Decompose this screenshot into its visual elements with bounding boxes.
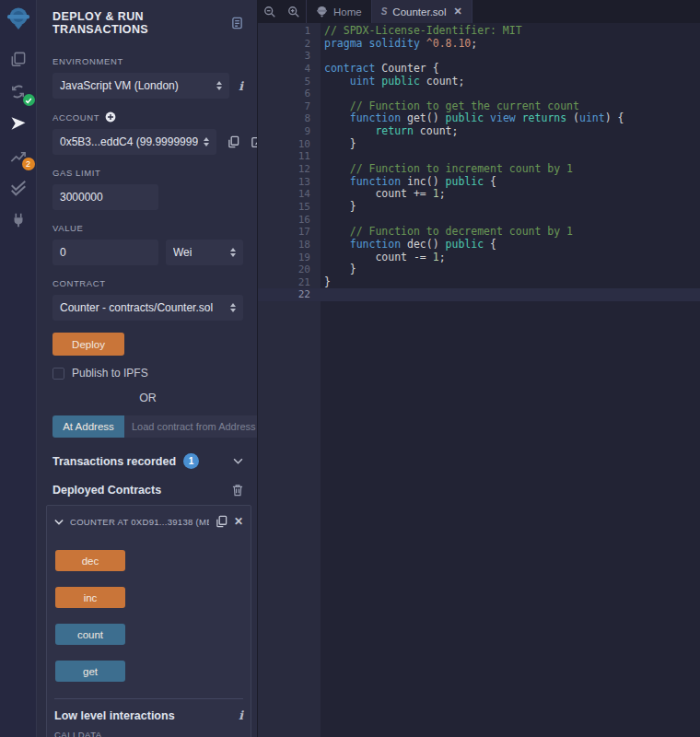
code-line[interactable]: 20 } — [258, 263, 700, 276]
remix-logo[interactable] — [6, 6, 31, 30]
code-line[interactable]: 4contract Counter { — [258, 63, 700, 76]
editor-area: Home S Counter.sol ✕ 1// SPDX-License-Id… — [258, 0, 700, 737]
code-line[interactable]: 7 // Function to get the current count — [258, 100, 700, 113]
compile-success-badge — [23, 94, 35, 106]
low-level-interactions-label: Low level interactions — [54, 709, 175, 722]
zoom-in-icon[interactable] — [287, 6, 300, 18]
account-select[interactable]: 0x5B3...eddC4 (99.9999999 — [52, 129, 216, 155]
value-input[interactable]: 0 — [52, 240, 158, 265]
deploy-run-panel: DEPLOY & RUN TRANSACTIONS ENVIRONMENT Ja… — [37, 0, 258, 737]
chevron-down-icon[interactable] — [233, 458, 243, 464]
trash-icon[interactable] — [232, 484, 243, 497]
collapse-chevron-icon[interactable] — [54, 519, 64, 525]
contract-label: CONTRACT — [52, 278, 243, 288]
code-line[interactable]: 13 function inc() public { — [258, 176, 700, 189]
or-divider: OR — [52, 392, 243, 404]
code-lines: 1// SPDX-License-Identifier: MIT2pragma … — [258, 23, 700, 301]
code-line[interactable]: 12 // Function to increment count by 1 — [258, 163, 700, 176]
code-line[interactable]: 3 — [258, 50, 700, 63]
deploy-run-icon[interactable] — [6, 111, 30, 135]
statistics-badge: 2 — [22, 158, 35, 170]
code-line[interactable]: 6 — [258, 88, 700, 100]
publish-ipfs-checkbox[interactable] — [52, 368, 64, 380]
account-value: 0x5B3...eddC4 (99.9999999 — [60, 135, 198, 148]
close-tab-icon[interactable]: ✕ — [454, 6, 462, 18]
tab-counter-sol-label: Counter.sol — [392, 6, 446, 18]
code-line[interactable]: 8 function get() public view returns (ui… — [258, 112, 700, 125]
icon-sidebar: 2 — [0, 0, 37, 737]
environment-info-icon[interactable]: i — [239, 79, 243, 93]
code-editor[interactable]: 1// SPDX-License-Identifier: MIT2pragma … — [258, 23, 700, 737]
deploy-button[interactable]: Deploy — [52, 333, 124, 356]
deployed-contracts-label: Deployed Contracts — [52, 484, 161, 497]
code-line[interactable]: 10 } — [258, 138, 700, 151]
code-line[interactable]: 22 — [258, 288, 700, 301]
code-line[interactable]: 5 uint public count; — [258, 76, 700, 88]
zoom-out-icon[interactable] — [263, 6, 276, 18]
fn-get-button[interactable]: get — [55, 661, 125, 682]
plugin-manager-icon[interactable] — [6, 208, 30, 232]
editor-tabbar: Home S Counter.sol ✕ — [258, 0, 700, 23]
account-label: ACCOUNT — [52, 112, 99, 123]
code-line[interactable]: 18 function dec() public { — [258, 239, 700, 252]
code-line[interactable]: 15 } — [258, 201, 700, 214]
environment-select[interactable]: JavaScript VM (London) — [52, 73, 229, 99]
code-line[interactable]: 16 — [258, 214, 700, 227]
chevron-updown-icon — [216, 81, 222, 90]
instance-title: COUNTER AT 0XD91...39138 (MEMORY — [70, 517, 209, 527]
contract-select[interactable]: Counter - contracts/Counter.sol — [52, 295, 243, 321]
tab-counter-sol[interactable]: S Counter.sol ✕ — [372, 0, 472, 23]
fn-count-button[interactable]: count — [55, 624, 125, 645]
code-line[interactable]: 11 — [258, 150, 700, 163]
remix-ide-app: 2 DEPLOY & RUN TRANSACTIONS — [0, 0, 700, 737]
copy-account-icon[interactable] — [228, 135, 239, 148]
value-unit-select[interactable]: Wei — [166, 240, 243, 265]
low-level-info-icon[interactable]: i — [239, 708, 243, 722]
value-amount: 0 — [60, 246, 66, 259]
contract-value: Counter - contracts/Counter.sol — [60, 301, 213, 314]
gas-limit-value: 3000000 — [60, 191, 103, 204]
add-account-icon[interactable] — [105, 111, 116, 123]
code-line[interactable]: 17 // Function to decrement count by 1 — [258, 226, 700, 239]
chevron-updown-icon — [230, 303, 236, 312]
publish-ipfs-label: Publish to IPFS — [72, 367, 148, 380]
chevron-updown-icon — [230, 248, 236, 257]
code-line[interactable]: 14 count += 1; — [258, 188, 700, 201]
gas-limit-label: GAS LIMIT — [52, 168, 243, 178]
solidity-compiler-icon[interactable] — [6, 79, 30, 103]
value-unit: Wei — [173, 246, 192, 259]
divider — [54, 698, 243, 699]
value-label: VALUE — [52, 223, 243, 233]
tab-home-label: Home — [333, 6, 362, 18]
sign-message-icon[interactable] — [251, 135, 258, 148]
environment-value: JavaScript VM (London) — [60, 79, 179, 92]
panel-title: DEPLOY & RUN TRANSACTIONS — [52, 10, 231, 36]
at-address-button[interactable]: At Address — [52, 415, 124, 438]
fn-inc-button[interactable]: inc — [55, 587, 125, 608]
tab-home[interactable]: Home — [307, 0, 372, 23]
fn-dec-button[interactable]: dec — [55, 550, 125, 571]
code-line[interactable]: 21} — [258, 276, 700, 289]
file-explorer-icon[interactable] — [6, 47, 30, 71]
gas-limit-input[interactable]: 3000000 — [52, 184, 158, 210]
docs-icon[interactable] — [231, 17, 243, 29]
at-address-input[interactable] — [124, 415, 258, 438]
remix-home-icon — [316, 6, 328, 18]
statistics-icon[interactable]: 2 — [6, 144, 30, 168]
close-instance-icon[interactable]: ✕ — [234, 515, 243, 528]
transactions-count-badge: 1 — [183, 453, 199, 469]
environment-label: ENVIRONMENT — [52, 56, 243, 66]
code-line[interactable]: 9 return count; — [258, 125, 700, 138]
solidity-file-icon: S — [381, 6, 388, 17]
calldata-label: CALLDATA — [54, 730, 243, 737]
deployed-contract-card: COUNTER AT 0XD91...39138 (MEMORY ✕ dec i… — [46, 505, 251, 737]
code-line[interactable]: 1// SPDX-License-Identifier: MIT — [258, 25, 700, 38]
unit-testing-icon[interactable] — [6, 176, 30, 200]
copy-address-icon[interactable] — [216, 515, 228, 528]
code-line[interactable]: 2pragma solidity ^0.8.10; — [258, 38, 700, 51]
chevron-updown-icon — [204, 137, 209, 146]
code-line[interactable]: 19 count -= 1; — [258, 252, 700, 264]
transactions-recorded-label: Transactions recorded — [52, 455, 176, 468]
